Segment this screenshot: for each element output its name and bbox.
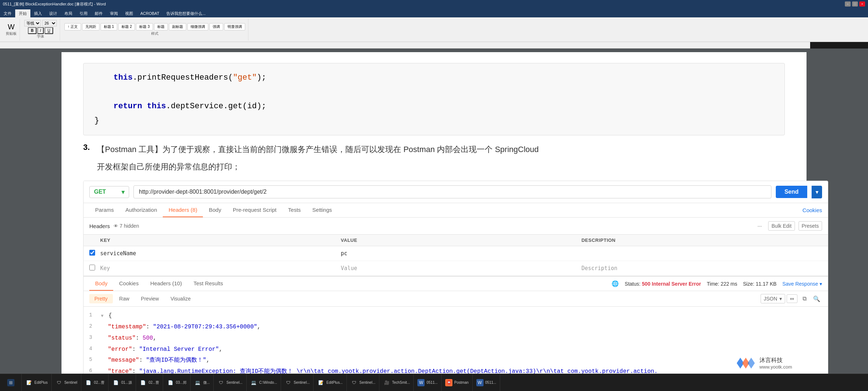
row1-checkbox-cell[interactable]: [89, 250, 100, 257]
underline-button[interactable]: U: [44, 27, 53, 34]
tab-body[interactable]: Body: [203, 203, 227, 217]
search-icon[interactable]: 🔍: [811, 294, 822, 303]
taskbar-doc-3[interactable]: 📄 02...曹: [136, 374, 163, 391]
doc-icon-1: 📄: [85, 379, 92, 386]
tab-design[interactable]: 设计: [46, 9, 61, 17]
heading3-btn[interactable]: 标题 3: [136, 23, 153, 30]
tab-layout[interactable]: 布局: [61, 9, 76, 17]
taskbar-techsmith[interactable]: 🎥 TechSmit...: [379, 374, 414, 391]
row2-description[interactable]: Description: [582, 265, 822, 272]
hidden-badge: 👁 7 hidden: [114, 223, 139, 229]
subtitle-btn[interactable]: 副标题: [169, 23, 186, 30]
tab-view[interactable]: 视图: [122, 9, 137, 17]
taskbar-sentinel-4[interactable]: 🛡 Sentinel...: [347, 374, 379, 391]
taskbar-editplus-2[interactable]: 📝 EditPlus...: [314, 374, 346, 391]
paragraph-container: 3. 【Postman 工具】为了便于观察，直接让当前的部门微服务产生错误，随后…: [83, 143, 785, 177]
font-size-select[interactable]: 26: [42, 20, 57, 26]
tab-params[interactable]: Params: [89, 203, 120, 217]
tab-tests[interactable]: Tests: [282, 203, 307, 217]
title-btn[interactable]: 标题: [154, 23, 168, 30]
tab-tell-me[interactable]: 告诉我您想要做什么...: [163, 9, 209, 17]
tab-prerequest[interactable]: Pre-request Script: [227, 203, 282, 217]
style-buttons-group: ↑ 正文 无间距 标题 1 标题 2 标题 3 标题 副标题 细微强调 强调 明…: [64, 23, 245, 30]
tab-settings[interactable]: Settings: [307, 203, 338, 217]
save-response-button[interactable]: Save Response ▾: [782, 281, 822, 287]
send-dropdown-button[interactable]: ▾: [812, 186, 822, 198]
taskbar-sentinel-3[interactable]: 🛡 Sentinel...: [281, 374, 314, 391]
http-method-select[interactable]: GET ▾: [89, 186, 129, 198]
json-val-error: "Internal Server Error": [139, 346, 219, 353]
window-controls: − □ ×: [845, 1, 865, 7]
send-button[interactable]: Send: [776, 186, 807, 198]
format-tab-preview[interactable]: Preview: [136, 294, 164, 303]
format-tab-raw[interactable]: Raw: [114, 294, 135, 303]
row2-value[interactable]: Value: [341, 265, 581, 272]
copy-icon[interactable]: ⧉: [799, 294, 810, 303]
tab-references[interactable]: 引用: [76, 9, 91, 17]
row1-checkbox[interactable]: [89, 250, 95, 256]
more-options-icon[interactable]: ···: [758, 223, 762, 229]
taskbar-micro[interactable]: 💻 微...: [191, 374, 214, 391]
tab-file[interactable]: 文件: [0, 9, 15, 17]
response-tab-cookies[interactable]: Cookies: [113, 277, 144, 291]
bold-button[interactable]: B: [28, 27, 36, 34]
row2-key[interactable]: Key: [100, 265, 341, 272]
tab-home[interactable]: 开始: [15, 9, 30, 17]
taskbar-sentinel-1[interactable]: 🛡 Sentinel: [52, 374, 81, 391]
taskbar-cmd[interactable]: 💻 C:\Windo...: [247, 374, 281, 391]
taskbar-word-1[interactable]: W 0511...: [414, 374, 442, 391]
taskbar-editplus[interactable]: 📝 EditPlus: [22, 374, 52, 391]
taskbar-word-2[interactable]: W 0511...: [473, 374, 501, 391]
intense-emphasis-btn[interactable]: 明显强调: [224, 23, 245, 30]
url-input[interactable]: [133, 185, 771, 198]
json-format-select[interactable]: JSON ▾: [761, 294, 785, 303]
col-checkbox-header: [89, 237, 100, 243]
doc-label-4: 03...郑: [176, 380, 186, 385]
tab-insert[interactable]: 插入: [30, 9, 46, 17]
maximize-button[interactable]: □: [852, 1, 858, 7]
response-section: Body Cookies Headers (10) Test Results 🌐…: [84, 276, 828, 381]
taskbar-doc-1[interactable]: 📄 02...曹: [81, 374, 109, 391]
wrap-icon[interactable]: ⇔: [787, 294, 797, 303]
minimize-button[interactable]: −: [845, 1, 851, 7]
tab-review[interactable]: 审阅: [106, 9, 122, 17]
fold-button[interactable]: ▼: [101, 314, 103, 319]
code-block: this.printRequestHeaders("get"); return …: [83, 63, 785, 135]
subtle-emphasis-btn[interactable]: 细微强调: [187, 23, 208, 30]
response-time: Time: 222 ms: [707, 281, 737, 287]
close-button[interactable]: ×: [859, 1, 865, 7]
sentinel-icon-3: 🛡: [285, 379, 292, 386]
row2-checkbox[interactable]: [89, 265, 95, 270]
postman-panel: GET ▾ Send ▾ Params Authorization Header…: [83, 181, 828, 381]
response-tab-headers[interactable]: Headers (10): [144, 277, 188, 291]
format-tab-visualize[interactable]: Visualize: [165, 294, 196, 303]
heading1-btn[interactable]: 标题 1: [101, 23, 117, 30]
tab-acrobat[interactable]: ACROBAT: [137, 9, 163, 17]
tab-authorization[interactable]: Authorization: [120, 203, 163, 217]
heading2-btn[interactable]: 标题 2: [118, 23, 135, 30]
format-tab-pretty[interactable]: Pretty: [89, 294, 113, 303]
italic-button[interactable]: I: [37, 27, 44, 34]
taskbar-doc-2[interactable]: 📄 01...源: [109, 374, 136, 391]
table-row: serviceName pc: [84, 246, 828, 261]
row2-checkbox-cell[interactable]: [89, 265, 100, 272]
taskbar-postman[interactable]: 📮 Postman: [442, 374, 472, 391]
font-family-select[interactable]: 等线: [24, 20, 41, 26]
no-spacing-btn[interactable]: 无间距: [82, 23, 99, 30]
document-area: this.printRequestHeaders("get"); return …: [0, 49, 868, 391]
font-section: 等线 26 B I U 字体: [21, 19, 60, 41]
taskbar-sentinel-2[interactable]: 🛡 Sentinel...: [214, 374, 246, 391]
response-tab-tests[interactable]: Test Results: [188, 277, 229, 291]
normal-style-btn[interactable]: ↑ 正文: [64, 23, 81, 30]
response-tab-body[interactable]: Body: [89, 277, 113, 291]
tab-headers[interactable]: Headers (8): [163, 203, 203, 217]
taskbar-doc-4[interactable]: 📄 03...郑: [163, 374, 190, 391]
headers-bar: Headers 👁 7 hidden ··· Bulk Edit Presets: [84, 218, 828, 235]
presets-button[interactable]: Presets: [799, 221, 822, 231]
start-button[interactable]: ⊞: [0, 374, 22, 391]
bulk-edit-button[interactable]: Bulk Edit: [768, 221, 795, 231]
tab-mail[interactable]: 邮件: [91, 9, 106, 17]
emphasis-btn[interactable]: 强调: [209, 23, 223, 30]
cookies-link[interactable]: Cookies: [803, 207, 822, 213]
col-key-header: KEY: [100, 237, 341, 243]
